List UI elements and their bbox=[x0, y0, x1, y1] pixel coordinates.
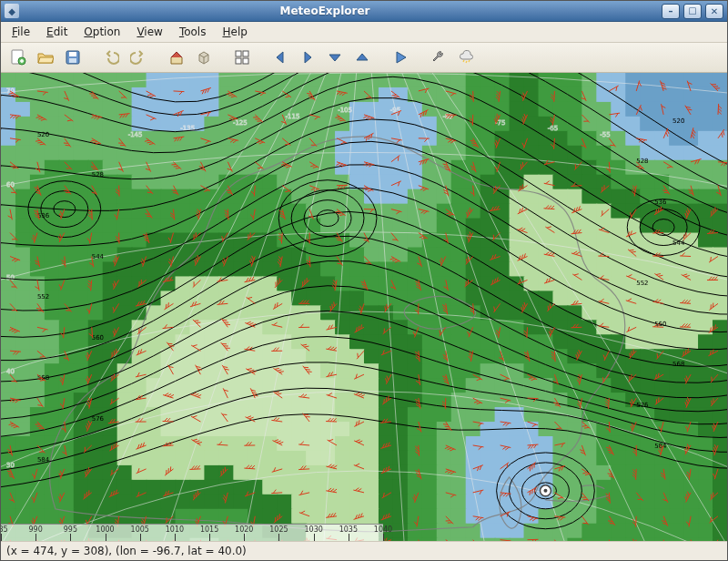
svg-rect-1282 bbox=[335, 436, 350, 452]
svg-rect-1284 bbox=[364, 436, 379, 452]
redo-button[interactable] bbox=[126, 46, 150, 69]
svg-rect-47 bbox=[552, 73, 568, 88]
svg-rect-476 bbox=[248, 204, 263, 219]
svg-rect-1295 bbox=[524, 436, 540, 452]
svg-line-2647 bbox=[688, 349, 689, 353]
svg-rect-984 bbox=[364, 349, 379, 364]
arrange-button[interactable] bbox=[230, 46, 254, 69]
svg-rect-642 bbox=[480, 248, 496, 263]
svg-rect-1241 bbox=[466, 422, 481, 437]
svg-rect-1412 bbox=[45, 480, 60, 495]
svg-rect-858 bbox=[713, 305, 727, 321]
forward-button[interactable] bbox=[296, 46, 319, 69]
menu-option[interactable]: Option bbox=[76, 24, 127, 40]
svg-rect-1468 bbox=[132, 495, 147, 510]
svg-rect-1485 bbox=[379, 495, 394, 510]
svg-rect-438 bbox=[422, 189, 438, 205]
svg-rect-1638 bbox=[422, 538, 438, 541]
box-icon bbox=[196, 49, 212, 66]
menu-file[interactable]: File bbox=[5, 24, 37, 40]
toolbar bbox=[1, 43, 727, 73]
svg-line-2003 bbox=[522, 162, 523, 167]
svg-rect-812 bbox=[45, 305, 60, 321]
svg-rect-8 bbox=[243, 58, 248, 64]
svg-rect-62 bbox=[45, 87, 60, 103]
svg-rect-637 bbox=[408, 248, 423, 263]
svg-rect-410 bbox=[15, 189, 31, 205]
svg-rect-440 bbox=[451, 189, 467, 205]
svg-rect-1401 bbox=[611, 465, 626, 481]
svg-rect-64 bbox=[74, 87, 89, 103]
svg-rect-1344 bbox=[510, 451, 525, 466]
svg-line-2308 bbox=[467, 259, 468, 263]
menu-help[interactable]: Help bbox=[215, 24, 254, 40]
svg-rect-155 bbox=[669, 102, 684, 117]
svg-rect-763 bbox=[59, 291, 75, 306]
weather-button[interactable] bbox=[454, 46, 478, 69]
maximize-button[interactable]: ☐ bbox=[683, 4, 702, 19]
menu-tools[interactable]: Tools bbox=[172, 24, 214, 40]
svg-rect-48 bbox=[567, 73, 582, 88]
svg-rect-877 bbox=[262, 320, 278, 335]
svg-rect-168 bbox=[132, 117, 147, 132]
svg-text:528: 528 bbox=[92, 171, 104, 178]
svg-rect-1221 bbox=[176, 422, 191, 437]
svg-rect-1600 bbox=[596, 524, 612, 539]
svg-rect-686 bbox=[393, 261, 409, 277]
svg-rect-627 bbox=[262, 248, 278, 263]
svg-rect-1555 bbox=[669, 509, 684, 525]
svg-rect-1132 bbox=[335, 393, 350, 408]
svg-rect-314 bbox=[74, 160, 89, 176]
svg-rect-551 bbox=[611, 219, 626, 234]
new-button[interactable] bbox=[6, 46, 30, 69]
svg-rect-195 bbox=[524, 117, 540, 132]
svg-rect-103 bbox=[640, 87, 655, 103]
titlebar: ◆ MeteoExplorer – ☐ ✕ bbox=[1, 1, 727, 22]
svg-rect-664 bbox=[74, 261, 89, 277]
scale-tick-label: 1030 bbox=[304, 525, 322, 534]
open-button[interactable] bbox=[34, 46, 57, 69]
svg-rect-906 bbox=[683, 320, 699, 335]
svg-rect-764 bbox=[74, 291, 89, 306]
back-button[interactable] bbox=[268, 46, 292, 69]
menu-view[interactable]: View bbox=[129, 24, 169, 40]
svg-rect-220 bbox=[161, 131, 177, 147]
save-button[interactable] bbox=[61, 46, 85, 69]
svg-rect-1280 bbox=[306, 436, 321, 452]
svg-rect-1449 bbox=[581, 480, 597, 495]
svg-line-2809 bbox=[712, 401, 713, 405]
svg-rect-1160 bbox=[15, 407, 31, 423]
play-button[interactable] bbox=[389, 46, 412, 69]
menu-tools-label: ools bbox=[184, 26, 206, 38]
svg-rect-115 bbox=[88, 102, 104, 117]
wrench-button[interactable] bbox=[427, 46, 450, 69]
svg-rect-1336 bbox=[393, 451, 409, 466]
svg-rect-1036 bbox=[393, 363, 409, 379]
svg-rect-1478 bbox=[277, 495, 292, 510]
svg-rect-32 bbox=[335, 73, 350, 88]
svg-line-1961 bbox=[176, 168, 180, 168]
map-canvas[interactable]: -145-135-125-115-105-95-85-75-65-5520304… bbox=[1, 73, 727, 541]
svg-rect-1383 bbox=[349, 465, 365, 481]
svg-rect-345 bbox=[524, 160, 540, 176]
svg-rect-795 bbox=[524, 291, 540, 306]
menu-edit[interactable]: Edit bbox=[39, 24, 75, 40]
svg-text:544: 544 bbox=[92, 253, 105, 260]
svg-rect-1590 bbox=[451, 524, 467, 539]
down-button[interactable] bbox=[323, 46, 347, 69]
svg-rect-1145 bbox=[524, 393, 540, 408]
svg-rect-1322 bbox=[189, 451, 205, 466]
close-button[interactable]: ✕ bbox=[705, 4, 723, 19]
minimize-button[interactable]: – bbox=[662, 4, 680, 19]
svg-rect-116 bbox=[103, 102, 118, 117]
svg-rect-707 bbox=[698, 261, 713, 277]
svg-rect-625 bbox=[233, 248, 248, 263]
svg-line-2007 bbox=[575, 164, 576, 168]
undo-button[interactable] bbox=[99, 46, 123, 69]
up-button[interactable] bbox=[350, 46, 374, 69]
svg-rect-1644 bbox=[510, 538, 525, 541]
svg-rect-1455 bbox=[669, 480, 684, 495]
home-button[interactable] bbox=[165, 46, 188, 69]
box-button[interactable] bbox=[192, 46, 216, 69]
svg-line-2012 bbox=[636, 166, 641, 167]
